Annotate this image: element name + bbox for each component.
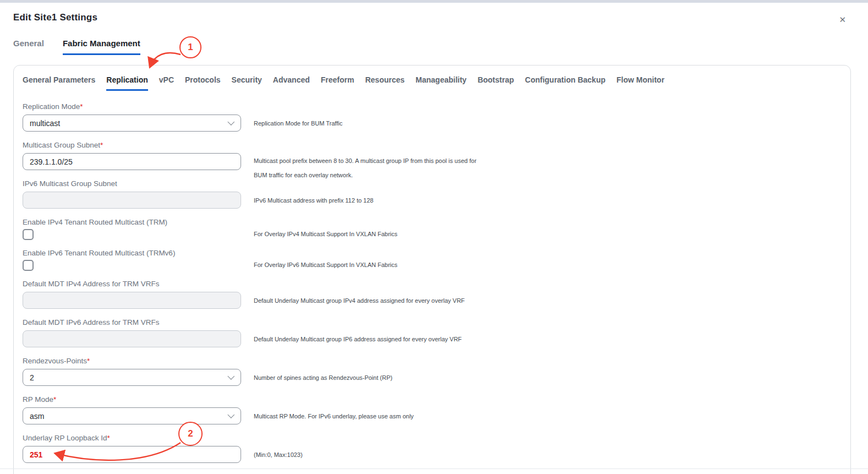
field-default-mdt-ipv6: Default MDT IPv6 Address for TRM VRFs De… bbox=[23, 318, 573, 347]
chevron-down-icon bbox=[227, 118, 234, 126]
window-top-strip bbox=[0, 0, 868, 3]
help-text: Default Underlay Multicast group IP6 add… bbox=[254, 336, 462, 342]
subtab-advanced[interactable]: Advanced bbox=[273, 75, 310, 91]
chevron-down-icon bbox=[227, 373, 234, 380]
field-label: Rendezvous-Points* bbox=[23, 356, 573, 366]
subtab-flow-monitor[interactable]: Flow Monitor bbox=[616, 75, 664, 91]
field-label: IPv6 Multicast Group Subnet bbox=[23, 179, 573, 188]
field-label: Enable IPv6 Tenant Routed Multicast (TRM… bbox=[23, 248, 573, 258]
annotation-circle-2: 2 bbox=[178, 422, 203, 446]
selected-value: multicast bbox=[30, 119, 60, 128]
field-enable-ipv6-trmv6: Enable IPv6 Tenant Routed Multicast (TRM… bbox=[23, 248, 573, 271]
field-replication-mode: Replication Mode* multicast Replication … bbox=[23, 102, 573, 132]
field-label: RP Mode* bbox=[23, 395, 573, 404]
help-text: IPv6 Multicast address with prefix 112 t… bbox=[254, 197, 373, 204]
help-text: Multicast RP Mode. For IPv6 underlay, pl… bbox=[254, 413, 414, 419]
help-text: Number of spines acting as Rendezvous-Po… bbox=[254, 374, 392, 381]
field-rp-mode: RP Mode* asm Multicast RP Mode. For IPv6… bbox=[23, 395, 573, 424]
trm-ipv6-checkbox[interactable] bbox=[23, 260, 34, 271]
underlay-rp-loopback-id-input[interactable] bbox=[23, 446, 241, 463]
replication-mode-select[interactable]: multicast bbox=[23, 115, 241, 132]
field-default-mdt-ipv4: Default MDT IPv4 Address for TRM VRFs De… bbox=[23, 279, 573, 309]
subtab-resources[interactable]: Resources bbox=[365, 75, 405, 91]
field-ipv6-multicast-group-subnet: IPv6 Multicast Group Subnet IPv6 Multica… bbox=[23, 179, 573, 209]
help-text: Replication Mode for BUM Traffic bbox=[254, 120, 342, 127]
tab-general[interactable]: General bbox=[13, 39, 44, 55]
subtabs: General Parameters Replication vPC Proto… bbox=[23, 75, 842, 91]
subtab-general-parameters[interactable]: General Parameters bbox=[23, 75, 95, 91]
field-label: Replication Mode* bbox=[23, 102, 573, 111]
field-multicast-group-subnet: Multicast Group Subnet* Multicast pool p… bbox=[23, 140, 573, 170]
field-label: Multicast Group Subnet* bbox=[23, 140, 573, 150]
subtab-security[interactable]: Security bbox=[232, 75, 262, 91]
rendezvous-points-select[interactable]: 2 bbox=[23, 369, 241, 386]
ipv6-multicast-group-subnet-input bbox=[23, 192, 241, 209]
field-label: Default MDT IPv4 Address for TRM VRFs bbox=[23, 279, 573, 288]
field-label: Underlay RP Loopback Id* bbox=[23, 433, 573, 443]
help-text: Default Underlay Multicast group IPv4 ad… bbox=[254, 297, 465, 304]
subtab-protocols[interactable]: Protocols bbox=[185, 75, 221, 91]
subtab-freeform[interactable]: Freeform bbox=[321, 75, 354, 91]
trm-ipv4-checkbox[interactable] bbox=[23, 229, 34, 240]
modal-header: Edit Site1 Settings bbox=[13, 12, 855, 23]
field-enable-ipv4-trm: Enable IPv4 Tenant Routed Multicast (TRM… bbox=[23, 217, 573, 240]
selected-value: 2 bbox=[30, 373, 34, 382]
field-rendezvous-points: Rendezvous-Points* 2 Number of spines ac… bbox=[23, 356, 573, 386]
help-text: For Overlay IPv6 Multicast Support In VX… bbox=[254, 261, 397, 268]
fabric-management-panel: General Parameters Replication vPC Proto… bbox=[13, 65, 851, 474]
rp-mode-select[interactable]: asm bbox=[23, 407, 241, 424]
subtab-vpc[interactable]: vPC bbox=[159, 75, 174, 91]
subtab-configuration-backup[interactable]: Configuration Backup bbox=[525, 75, 605, 91]
help-text: (Min:0, Max:1023) bbox=[254, 451, 303, 458]
default-mdt-ipv4-input bbox=[23, 292, 241, 309]
default-mdt-ipv6-input bbox=[23, 330, 241, 347]
annotation-arrow-1 bbox=[150, 53, 181, 66]
close-icon[interactable]: ✕ bbox=[838, 14, 847, 25]
chevron-down-icon bbox=[227, 411, 234, 418]
field-label: Default MDT IPv6 Address for TRM VRFs bbox=[23, 318, 573, 327]
selected-value: asm bbox=[30, 412, 44, 421]
main-tabs: General Fabric Management bbox=[13, 39, 140, 55]
subtab-replication[interactable]: Replication bbox=[106, 75, 148, 91]
subtab-manageability[interactable]: Manageability bbox=[416, 75, 467, 91]
help-text: Multicast pool prefix between 8 to 30. A… bbox=[254, 154, 478, 182]
field-label: Enable IPv4 Tenant Routed Multicast (TRM… bbox=[23, 217, 573, 227]
tab-fabric-management[interactable]: Fabric Management bbox=[63, 39, 140, 55]
annotation-circle-1: 1 bbox=[179, 36, 201, 58]
bottom-divider bbox=[0, 468, 868, 469]
help-text: For Overlay IPv4 Multicast Support In VX… bbox=[254, 231, 397, 237]
page-title: Edit Site1 Settings bbox=[13, 12, 855, 23]
multicast-group-subnet-input[interactable] bbox=[23, 153, 241, 170]
subtab-bootstrap[interactable]: Bootstrap bbox=[478, 75, 514, 91]
field-underlay-rp-loopback-id: Underlay RP Loopback Id* (Min:0, Max:102… bbox=[23, 433, 573, 463]
